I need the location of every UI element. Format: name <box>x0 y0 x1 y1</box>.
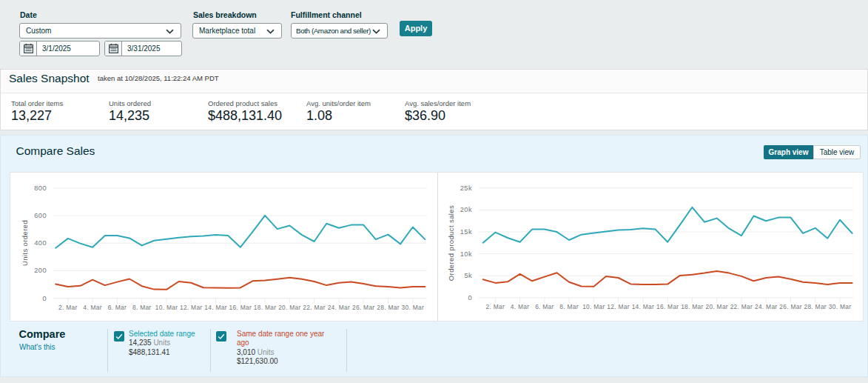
svg-text:15k: 15k <box>460 228 472 236</box>
svg-text:20k: 20k <box>460 206 472 213</box>
svg-text:25k: 25k <box>460 184 472 192</box>
svg-text:22. Mar: 22. Mar <box>303 304 326 311</box>
svg-text:400: 400 <box>34 239 47 247</box>
svg-text:12. Mar: 12. Mar <box>180 304 203 311</box>
svg-text:24. Mar: 24. Mar <box>328 304 351 311</box>
svg-text:10. Mar: 10. Mar <box>155 304 178 311</box>
svg-text:30. Mar: 30. Mar <box>829 303 852 310</box>
svg-text:24. Mar: 24. Mar <box>755 303 778 310</box>
svg-text:4. Mar: 4. Mar <box>511 303 530 310</box>
svg-text:14. Mar: 14. Mar <box>632 303 655 310</box>
svg-text:200: 200 <box>34 267 47 274</box>
svg-text:6. Mar: 6. Mar <box>535 303 554 310</box>
svg-text:800: 800 <box>34 184 47 192</box>
svg-text:20. Mar: 20. Mar <box>705 303 728 310</box>
svg-text:0: 0 <box>468 294 472 302</box>
svg-text:18. Mar: 18. Mar <box>254 304 277 311</box>
svg-text:4. Mar: 4. Mar <box>83 304 102 311</box>
svg-text:8. Mar: 8. Mar <box>559 303 579 310</box>
svg-text:10k: 10k <box>460 250 472 258</box>
svg-text:2. Mar: 2. Mar <box>486 303 505 310</box>
svg-text:16. Mar: 16. Mar <box>229 304 252 311</box>
svg-text:20. Mar: 20. Mar <box>278 304 301 311</box>
svg-text:16. Mar: 16. Mar <box>656 303 679 310</box>
svg-text:26. Mar: 26. Mar <box>779 303 802 310</box>
svg-text:28. Mar: 28. Mar <box>804 303 827 310</box>
svg-text:0: 0 <box>42 295 47 302</box>
svg-text:22. Mar: 22. Mar <box>730 303 753 310</box>
svg-text:600: 600 <box>34 212 47 219</box>
svg-text:18. Mar: 18. Mar <box>681 303 704 310</box>
svg-text:2. Mar: 2. Mar <box>58 304 78 311</box>
svg-text:28. Mar: 28. Mar <box>377 304 400 311</box>
svg-text:26. Mar: 26. Mar <box>352 304 375 311</box>
svg-text:10. Mar: 10. Mar <box>582 303 605 310</box>
svg-text:12. Mar: 12. Mar <box>607 303 630 310</box>
svg-text:Ordered product sales: Ordered product sales <box>447 205 455 281</box>
svg-text:14. Mar: 14. Mar <box>204 304 227 311</box>
svg-text:6. Mar: 6. Mar <box>108 304 127 311</box>
svg-text:8. Mar: 8. Mar <box>132 304 152 311</box>
svg-text:Units ordered: Units ordered <box>21 220 29 266</box>
svg-text:30. Mar: 30. Mar <box>402 304 425 311</box>
svg-text:5k: 5k <box>464 272 472 279</box>
